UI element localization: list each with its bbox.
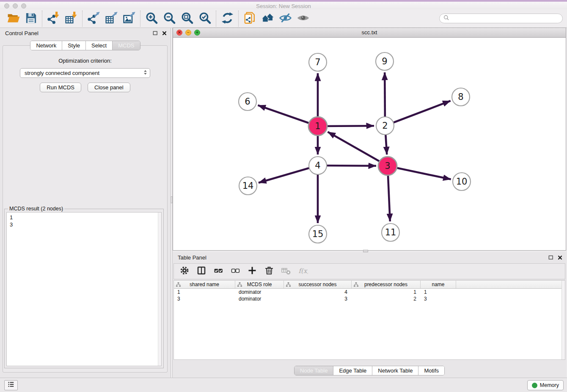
control-panel-tabs: NetworkStyleSelectMCDS [0, 41, 171, 50]
tab-mcds[interactable]: MCDS [112, 41, 140, 50]
close-panel-icon[interactable] [162, 30, 167, 38]
toolbar-separator [238, 11, 239, 27]
zoom-selected-button[interactable] [196, 11, 214, 27]
graph-node-2[interactable]: 2 [376, 117, 394, 135]
mcds-result-legend: MCDS result (2 nodes) [8, 206, 64, 212]
column-header-label: name [432, 282, 444, 287]
network-canvas[interactable]: 7968124314101511 [173, 38, 566, 250]
zoom-in-button[interactable] [143, 11, 160, 27]
delete-column-button[interactable] [264, 266, 275, 277]
select-all-columns-button[interactable] [213, 266, 224, 277]
svg-text:11: 11 [385, 227, 396, 237]
unselect-all-columns-button[interactable] [230, 266, 241, 277]
column-header-predecessor-nodes[interactable]: predecessor nodes [352, 281, 421, 288]
tab-style[interactable]: Style [62, 41, 85, 50]
graph-node-15[interactable]: 15 [309, 225, 327, 243]
home-icon [261, 11, 274, 26]
svg-text:6: 6 [245, 97, 250, 107]
zoom-out-button[interactable] [160, 11, 178, 27]
network-window-titlebar: ✕−+ scc.txt [173, 28, 566, 38]
table-row[interactable]: 3dominator323 [174, 295, 565, 302]
zoom-fit-icon [181, 11, 194, 26]
memory-button[interactable]: Memory [527, 380, 564, 390]
table-settings-button[interactable] [179, 266, 190, 277]
network-window-title: scc.txt [173, 28, 566, 36]
graph-edge-2-8[interactable] [385, 101, 451, 126]
tab-edge-table[interactable]: Edge Table [333, 366, 372, 375]
column-header-shared-name[interactable]: shared name [174, 281, 235, 288]
close-network-window-button[interactable]: ✕ [176, 30, 182, 36]
graph-edge-3-1[interactable] [328, 132, 388, 166]
criterion-select[interactable]: strongly connected component [20, 68, 150, 78]
show-all-button[interactable] [294, 11, 312, 27]
tab-motifs[interactable]: Motifs [418, 366, 444, 375]
graph-node-11[interactable]: 11 [382, 224, 399, 241]
close-table-panel-icon[interactable] [557, 254, 563, 262]
toolbar-separator [82, 11, 83, 27]
tab-node-table[interactable]: Node Table [295, 366, 333, 375]
cell-successor-nodes: 4 [284, 289, 352, 295]
search-input[interactable] [451, 16, 559, 22]
import-table-icon [65, 11, 78, 26]
run-mcds-button[interactable]: Run MCDS [40, 83, 81, 92]
close-panel-button[interactable]: Close panel [88, 83, 130, 92]
task-history-button[interactable] [4, 380, 18, 390]
cell-MCDS-role: dominator [235, 289, 284, 295]
horizontal-splitter-grip[interactable] [363, 250, 368, 252]
column-header-MCDS-role[interactable]: MCDS role [235, 281, 284, 288]
tab-network[interactable]: Network [30, 41, 62, 50]
minimize-network-window-button[interactable]: − [185, 30, 191, 36]
svg-text:2: 2 [382, 121, 388, 131]
import-network-button[interactable] [44, 11, 62, 27]
create-column-button[interactable] [247, 266, 258, 277]
clone-network-button[interactable] [241, 11, 259, 27]
graph-node-14[interactable]: 14 [239, 177, 257, 195]
zoom-network-window-button[interactable]: + [194, 30, 200, 36]
cell-predecessor-nodes: 2 [352, 295, 421, 302]
graph-node-3[interactable]: 3 [378, 157, 397, 175]
export-table-button[interactable] [102, 11, 120, 27]
open-session-button[interactable] [4, 11, 22, 27]
mcds-result-line: 1 [10, 214, 158, 221]
gear-icon [179, 265, 190, 277]
clone-network-icon [243, 11, 256, 26]
criterion-select-value: strongly connected component [25, 70, 143, 76]
control-panel-title: Control Panel [5, 30, 39, 36]
table-scrollbar[interactable] [561, 281, 565, 359]
table-delete-icon [281, 265, 291, 277]
first-neighbors-button[interactable] [259, 11, 276, 27]
export-image-button[interactable] [120, 11, 138, 27]
apply-layout-button[interactable] [218, 11, 236, 27]
float-panel-icon[interactable] [152, 30, 158, 38]
tab-network-table[interactable]: Network Table [372, 366, 418, 375]
float-table-panel-icon[interactable] [548, 254, 554, 262]
svg-text:1: 1 [315, 121, 320, 131]
column-header-name[interactable]: name [421, 281, 456, 288]
graph-node-9[interactable]: 9 [376, 52, 394, 70]
graph-node-1[interactable]: 1 [308, 117, 327, 135]
import-table-button[interactable] [62, 11, 80, 27]
table-row[interactable]: 1dominator411 [174, 289, 565, 295]
zoom-fit-button[interactable] [178, 11, 196, 27]
mcds-result-text[interactable]: 13 [6, 212, 162, 366]
empty-boxes-icon [230, 265, 240, 277]
graph-node-8[interactable]: 8 [452, 88, 470, 106]
tab-select[interactable]: Select [85, 41, 112, 50]
graph-node-10[interactable]: 10 [453, 173, 471, 190]
control-panel: Control Panel NetworkStyleSelectMCDS Opt… [0, 28, 171, 378]
export-network-icon [87, 11, 100, 26]
import-network-icon [47, 11, 60, 26]
search-box[interactable] [439, 14, 563, 23]
column-layout-button[interactable] [196, 266, 207, 277]
svg-text:8: 8 [458, 92, 463, 102]
graph-node-7[interactable]: 7 [309, 53, 327, 71]
eye-icon [297, 11, 310, 26]
save-session-button[interactable] [22, 11, 40, 27]
export-network-button[interactable] [85, 11, 102, 27]
eye-slash-icon [279, 11, 292, 26]
graph-node-4[interactable]: 4 [309, 157, 327, 174]
attribute-icon [286, 282, 291, 289]
hide-selected-button[interactable] [276, 11, 294, 27]
graph-node-6[interactable]: 6 [239, 93, 256, 110]
column-header-successor-nodes[interactable]: successor nodes [284, 281, 352, 288]
